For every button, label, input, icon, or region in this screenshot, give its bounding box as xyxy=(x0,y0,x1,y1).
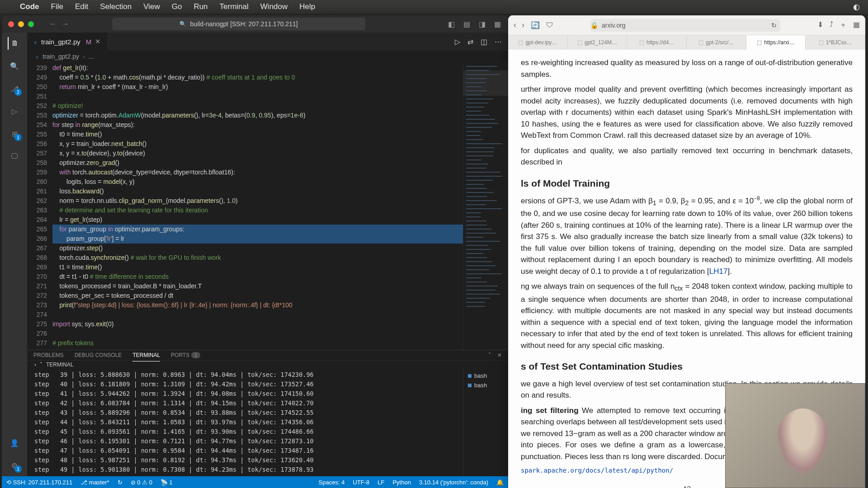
macos-menubar: Code File Edit Selection View Go Run Ter… xyxy=(0,0,868,14)
lock-icon: 🔒 xyxy=(590,22,598,29)
code-editor[interactable]: 2392492502512522532542552562572582592602… xyxy=(27,62,508,350)
terminal-shell-item[interactable]: bash xyxy=(468,371,504,380)
browser-tab[interactable]: ⬚gpt-dev.ipy… xyxy=(508,35,568,50)
source-control-icon[interactable]: ⎇2 xyxy=(8,82,21,95)
split-editor-icon[interactable]: ◫ xyxy=(481,38,487,46)
menu-help[interactable]: Help xyxy=(299,2,315,11)
status-ports[interactable]: 📡 1 xyxy=(160,479,173,486)
breadcrumb[interactable]: ⬨ train_gpt2.py › ... xyxy=(27,51,508,62)
browser-toolbar: ‹ › 🔄 🛡 🔒 arxiv.org ↻ ⬇ ⤴ ＋ ▦ xyxy=(508,15,865,35)
more-actions-icon[interactable]: ⋯ xyxy=(495,38,502,46)
status-eol[interactable]: LF xyxy=(377,479,384,486)
reload-icon[interactable]: ↻ xyxy=(771,22,780,29)
panel-tab-debug[interactable]: DEBUG CONSOLE xyxy=(75,352,122,358)
browser-tab[interactable]: ⬚https://d4… xyxy=(627,35,687,50)
git-branch[interactable]: ⎇ master* xyxy=(80,479,109,486)
layout-sidebar-left-icon[interactable]: ◧ xyxy=(447,19,456,28)
panel-tabs: PROBLEMS DEBUG CONSOLE TERMINAL PORTS1 ˄… xyxy=(27,350,508,361)
minimize-window-button[interactable] xyxy=(18,21,24,27)
remote-indicator[interactable]: ⟲ SSH: 207.211.170.211 xyxy=(6,479,72,486)
breadcrumb-rest: ... xyxy=(89,53,94,60)
browser-tab[interactable]: ⬚https://arxi… xyxy=(746,35,806,50)
compare-changes-icon[interactable]: ⇄ xyxy=(467,38,473,46)
code-content[interactable]: def get_lr(it): coeff = 0.5 * (1.0 + mat… xyxy=(52,62,463,350)
download-icon[interactable]: ⬇ xyxy=(817,20,823,30)
webcam-overlay xyxy=(725,383,865,488)
tab-close-icon[interactable]: ✕ xyxy=(95,38,101,46)
privacy-report-icon[interactable]: 🔄 xyxy=(531,21,540,29)
panel-close-icon[interactable]: ✕ xyxy=(497,352,502,358)
run-debug-icon[interactable]: ▷ xyxy=(8,105,21,117)
editor-tab[interactable]: ⬨ train_gpt2.py M ✕ xyxy=(27,33,108,51)
layout-sidebar-right-icon[interactable]: ◨ xyxy=(477,19,486,28)
address-bar[interactable]: 🔒 arxiv.org ↻ xyxy=(590,19,780,32)
menu-window[interactable]: Window xyxy=(260,2,288,11)
nav-back-icon[interactable]: ← xyxy=(49,20,57,28)
extensions-icon[interactable]: ⊞1 xyxy=(8,127,21,140)
menu-terminal[interactable]: Terminal xyxy=(220,2,249,11)
terminal-output[interactable]: step 39 | loss: 5.888630 | norm: 0.8963 … xyxy=(27,368,463,476)
app-name[interactable]: Code xyxy=(20,2,39,11)
browser-back-icon[interactable]: ‹ xyxy=(514,20,516,30)
menu-go[interactable]: Go xyxy=(172,2,182,11)
share-icon[interactable]: ⤴ xyxy=(830,20,833,30)
menu-run[interactable]: Run xyxy=(193,2,208,11)
tabs-overview-icon[interactable]: ▦ xyxy=(853,20,860,30)
chevron-right-icon[interactable]: › xyxy=(34,361,36,368)
safari-window: ‹ › 🔄 🛡 🔒 arxiv.org ↻ ⬇ ⤴ ＋ ▦ ⬚gpt-dev.i… xyxy=(508,15,865,488)
chevron-right-icon: › xyxy=(83,53,85,60)
status-encoding[interactable]: UTF-8 xyxy=(353,479,369,486)
breadcrumb-file: train_gpt2.py xyxy=(42,53,79,60)
citation-link[interactable]: LH17 xyxy=(709,267,728,276)
shield-icon[interactable]: 🛡 xyxy=(546,21,553,29)
menu-edit[interactable]: Edit xyxy=(75,2,88,11)
panel-tab-terminal[interactable]: TERMINAL xyxy=(132,352,160,361)
tab-modified-indicator: M xyxy=(86,38,92,46)
python-file-icon: ⬨ xyxy=(35,53,39,60)
browser-tab[interactable]: ⬚gpt2_124M… xyxy=(568,35,627,50)
activity-bar: 🗎 🔍 ⎇2 ▷ ⊞1 🖵 👤 ⚙1 xyxy=(2,33,27,476)
minimap[interactable] xyxy=(463,62,508,350)
command-center[interactable]: 🔍 build-nanogpt [SSH: 207.211.170.211] xyxy=(112,18,365,30)
terminal-shell-name: bash xyxy=(474,382,487,389)
nav-forward-icon[interactable]: → xyxy=(62,20,69,28)
status-spaces[interactable]: Spaces: 4 xyxy=(319,479,345,486)
terminal-shell-item[interactable]: bash xyxy=(468,380,504,390)
menu-file[interactable]: File xyxy=(51,2,63,11)
status-language[interactable]: Python xyxy=(392,479,410,486)
notifications-icon[interactable]: 🔔 xyxy=(496,479,504,486)
menu-selection[interactable]: Selection xyxy=(100,2,132,11)
status-interpreter[interactable]: 3.10.14 ('pytorchn': conda) xyxy=(419,479,488,486)
paper-text: ng we always train on sequences of the f… xyxy=(521,281,853,351)
panel-maximize-icon[interactable]: ˄ xyxy=(488,352,491,358)
chevron-down-icon[interactable]: ˅ xyxy=(40,361,42,368)
close-window-button[interactable] xyxy=(8,21,14,27)
account-icon[interactable]: 👤 xyxy=(8,436,21,449)
layout-customize-icon[interactable]: ▦ xyxy=(493,19,502,28)
menubar-status-icon[interactable]: ◐ xyxy=(853,2,860,12)
run-python-icon[interactable]: ▷ xyxy=(455,38,460,46)
browser-forward-icon[interactable]: › xyxy=(522,20,524,30)
sync-icon[interactable]: ↻ xyxy=(118,479,123,486)
layout-panel-icon[interactable]: ▤ xyxy=(462,19,471,28)
status-errors[interactable]: ⊘ 0 ⚠ 0 xyxy=(131,479,152,486)
menu-view[interactable]: View xyxy=(143,2,160,11)
browser-tab[interactable]: ⬚1*BJCss… xyxy=(806,35,865,50)
terminal-list: bash bash xyxy=(463,368,508,476)
panel-tab-ports[interactable]: PORTS1 xyxy=(171,352,200,358)
panel-tab-problems[interactable]: PROBLEMS xyxy=(33,352,64,358)
vscode-titlebar: ← → 🔍 build-nanogpt [SSH: 207.211.170.21… xyxy=(2,15,508,33)
browser-tabs: ⬚gpt-dev.ipy…⬚gpt2_124M…⬚https://d4…⬚gpt… xyxy=(508,35,865,50)
remote-explorer-icon[interactable]: 🖵 xyxy=(8,150,21,163)
explorer-icon[interactable]: 🗎 xyxy=(8,37,20,50)
scm-badge: 2 xyxy=(14,89,22,96)
bottom-panel: PROBLEMS DEBUG CONSOLE TERMINAL PORTS1 ˄… xyxy=(27,350,508,476)
window-controls xyxy=(8,21,34,27)
settings-gear-icon[interactable]: ⚙1 xyxy=(8,459,21,472)
new-tab-icon[interactable]: ＋ xyxy=(840,20,847,30)
paper-content[interactable]: es re-weighting increased quality as mea… xyxy=(508,50,865,488)
browser-tab[interactable]: ⬚gpt-2/src/… xyxy=(687,35,746,50)
paper-text: for duplicates and quality, we also part… xyxy=(521,145,853,168)
search-activity-icon[interactable]: 🔍 xyxy=(8,60,21,72)
maximize-window-button[interactable] xyxy=(28,21,34,27)
